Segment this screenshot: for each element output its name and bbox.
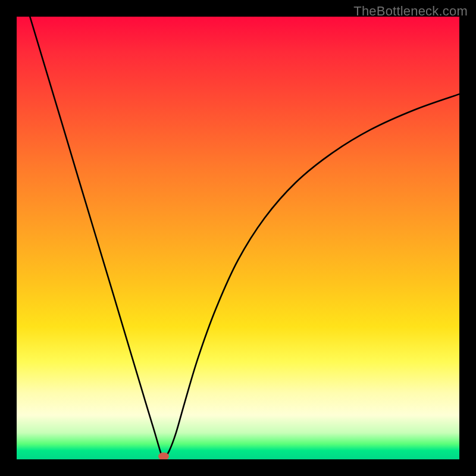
watermark-text: TheBottleneck.com [353, 4, 468, 19]
chart-frame: TheBottleneck.com [0, 0, 476, 476]
plot-area [17, 17, 459, 459]
bottleneck-curve [17, 17, 459, 459]
minimum-marker [158, 452, 169, 459]
